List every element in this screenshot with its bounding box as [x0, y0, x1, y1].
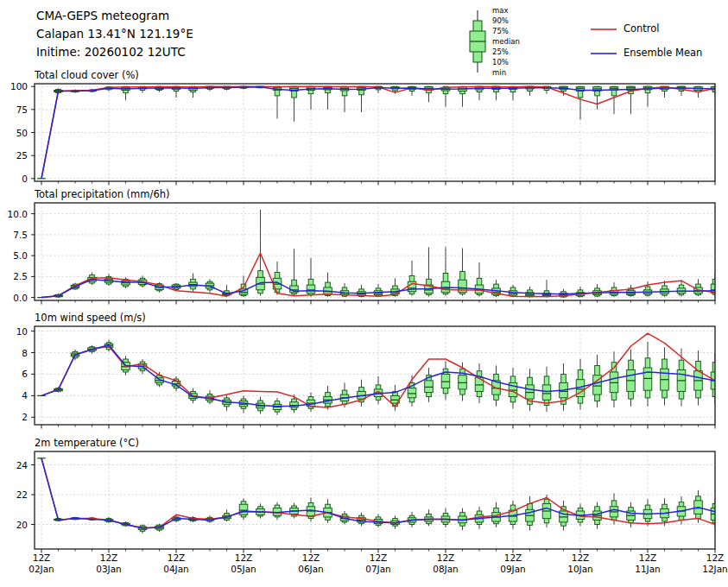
y-tick-label: 10: [0, 326, 28, 337]
y-tick-label: 24: [0, 460, 28, 470]
page-title: CMA-GEPS meteogram: [36, 7, 193, 25]
panel-title-cloud: Total cloud cover (%): [35, 69, 139, 81]
header-title-block: CMA-GEPS meteogram Calapan 13.41°N 121.1…: [36, 7, 193, 61]
x-tick-label: 12Z 05Jan: [231, 552, 256, 575]
time-axis-labels: 12Z 02Jan12Z 03Jan12Z 04Jan12Z 05Jan12Z …: [35, 552, 722, 580]
boxplot-legend-label: min: [492, 68, 506, 77]
station-coords: Calapan 13.41°N 121.19°E: [36, 25, 193, 43]
init-time: Initime: 20260102 12UTC: [36, 43, 193, 61]
temp-chart: [31, 451, 720, 557]
x-tick-label: 12Z 06Jan: [298, 552, 324, 575]
y-tick-label: 22: [0, 489, 28, 500]
panel-title-temp: 2m temperature (°C): [35, 437, 139, 449]
y-tick-label: 0.0: [0, 293, 28, 303]
boxplot-legend-label: 25%: [492, 47, 509, 56]
x-tick-label: 12Z 10Jan: [567, 552, 593, 575]
precip-chart: [31, 203, 720, 308]
boxplot-legend-label: 10%: [492, 58, 509, 66]
y-tick-label: 5.0: [0, 250, 28, 261]
y-tick-label: 100: [0, 81, 28, 92]
cloud-chart: [31, 84, 720, 189]
y-tick-label: 25: [0, 150, 28, 161]
x-tick-label: 12Z 04Jan: [163, 552, 189, 575]
y-tick-label: 50: [0, 128, 28, 138]
x-tick-label: 12Z 11Jan: [635, 552, 661, 575]
panel-total-precipitation: Total precipitation (mm/6h) 0.02.55.07.5…: [35, 203, 715, 300]
boxplot-legend-label: 90%: [492, 16, 509, 25]
panel-total-cloud-cover: Total cloud cover (%) 0255075100: [35, 84, 715, 181]
y-tick-label: 4: [0, 390, 28, 401]
x-tick-label: 12Z 03Jan: [96, 552, 122, 575]
panel-wind-speed: 10m wind speed (m/s) 246810: [35, 326, 715, 425]
y-tick-label: 2: [0, 412, 28, 422]
panel-title-wind: 10m wind speed (m/s): [35, 312, 146, 324]
x-tick-label: 12Z 08Jan: [433, 552, 459, 575]
y-tick-label: 7.5: [0, 230, 28, 240]
boxplot-legend-label: max: [492, 6, 509, 15]
boxplot-sample-icon: [465, 7, 491, 81]
x-tick-label: 12Z 07Jan: [365, 552, 391, 575]
x-tick-label: 12Z 02Jan: [28, 552, 54, 575]
y-tick-label: 2.5: [0, 271, 28, 281]
meteogram-page: { "header": { "line1": "CMA-GEPS meteogr…: [0, 0, 728, 587]
control-legend-label: Control: [624, 22, 660, 35]
y-tick-label: 6: [0, 369, 28, 379]
boxplot-legend: max90%75%median25%10%min: [465, 7, 577, 81]
y-tick-label: 8: [0, 348, 28, 358]
wind-chart: [31, 326, 720, 432]
ensemble-legend-label: Ensemble Mean: [624, 47, 702, 59]
panel-temperature: 2m temperature (°C) 202224: [35, 451, 715, 549]
x-tick-label: 12Z 09Jan: [500, 552, 526, 575]
y-tick-label: 75: [0, 104, 28, 115]
boxplot-legend-label: median: [492, 37, 520, 46]
panel-title-precip: Total precipitation (mm/6h): [35, 188, 169, 200]
y-tick-label: 20: [0, 520, 28, 530]
y-tick-label: 0: [0, 174, 28, 184]
y-tick-label: 10.0: [0, 209, 28, 219]
boxplot-legend-label: 75%: [492, 27, 509, 35]
x-tick-label: 12Z 12Jan: [702, 552, 728, 575]
